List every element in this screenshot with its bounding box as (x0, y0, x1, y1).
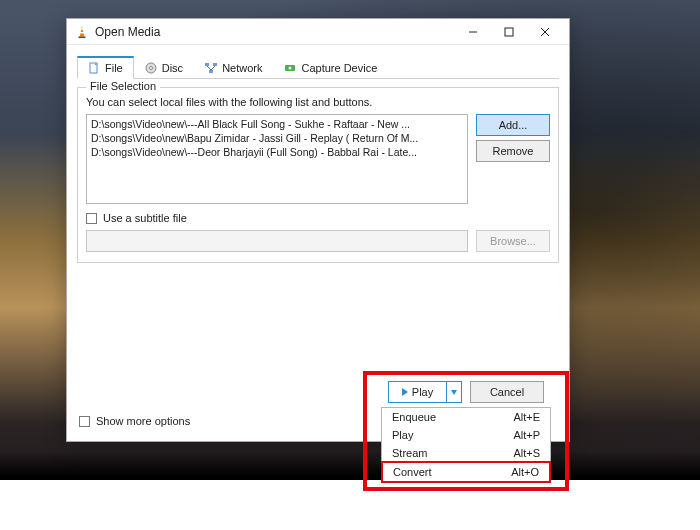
play-icon (402, 388, 408, 396)
menu-label: Enqueue (392, 411, 436, 423)
menu-item-enqueue[interactable]: Enqueue Alt+E (382, 408, 550, 426)
capture-icon (284, 62, 296, 74)
page-bottom-band (0, 480, 700, 530)
vlc-cone-icon (75, 25, 89, 39)
svg-rect-12 (205, 63, 209, 66)
list-item[interactable]: D:\songs\Video\new\---All Black Full Son… (91, 117, 463, 131)
window-title: Open Media (95, 25, 455, 39)
button-label: Remove (493, 145, 534, 157)
svg-rect-13 (213, 63, 217, 66)
desktop-background: Open Media File Disc (0, 0, 700, 530)
tab-file[interactable]: File (77, 56, 134, 79)
menu-shortcut: Alt+E (513, 411, 540, 423)
button-label: Browse... (490, 235, 536, 247)
disc-icon (145, 62, 157, 74)
file-selection-legend: File Selection (86, 80, 160, 92)
file-selection-group: File Selection You can select local file… (77, 87, 559, 263)
tab-disc[interactable]: Disc (134, 56, 194, 79)
maximize-button[interactable] (491, 21, 527, 43)
button-label: Cancel (490, 386, 524, 398)
button-label: Add... (499, 119, 528, 131)
svg-rect-2 (80, 32, 84, 33)
add-button[interactable]: Add... (476, 114, 550, 136)
menu-label: Convert (393, 466, 432, 478)
subtitle-checkbox-label: Use a subtitle file (103, 212, 187, 224)
remove-button[interactable]: Remove (476, 140, 550, 162)
tab-label: File (105, 62, 123, 74)
play-dropdown-toggle[interactable] (446, 381, 462, 403)
svg-line-16 (211, 66, 215, 70)
action-highlight-box: Play Cancel Enqueue Alt+E Play Alt+P (363, 371, 569, 491)
svg-line-15 (207, 66, 211, 70)
titlebar: Open Media (67, 19, 569, 45)
cancel-button[interactable]: Cancel (470, 381, 544, 403)
menu-item-convert[interactable]: Convert Alt+O (381, 461, 551, 483)
menu-shortcut: Alt+O (511, 466, 539, 478)
tab-label: Disc (162, 62, 183, 74)
svg-marker-0 (80, 25, 84, 36)
open-media-dialog: Open Media File Disc (66, 18, 570, 442)
subtitle-checkbox[interactable] (86, 213, 97, 224)
tab-label: Network (222, 62, 262, 74)
play-split-button[interactable]: Play (388, 381, 462, 403)
list-item[interactable]: D:\songs\Video\new\Bapu Zimidar - Jassi … (91, 131, 463, 145)
list-item[interactable]: D:\songs\Video\new\---Deor Bharjayii (Fu… (91, 145, 463, 159)
file-list[interactable]: D:\songs\Video\new\---All Black Full Son… (86, 114, 468, 204)
close-button[interactable] (527, 21, 563, 43)
network-icon (205, 62, 217, 74)
tab-capture-device[interactable]: Capture Device (273, 56, 388, 79)
menu-item-stream[interactable]: Stream Alt+S (382, 444, 550, 462)
menu-label: Stream (392, 447, 427, 459)
tab-network[interactable]: Network (194, 56, 273, 79)
file-icon (88, 62, 100, 74)
svg-point-11 (149, 67, 152, 70)
show-more-options-checkbox[interactable] (79, 416, 90, 427)
chevron-down-icon (451, 390, 457, 395)
subtitle-path-input (86, 230, 468, 252)
show-more-options-row[interactable]: Show more options (79, 415, 190, 427)
file-selection-hint: You can select local files with the foll… (86, 96, 550, 108)
menu-shortcut: Alt+S (513, 447, 540, 459)
svg-rect-14 (209, 70, 213, 73)
play-dropdown-menu: Enqueue Alt+E Play Alt+P Stream Alt+S Co… (381, 407, 551, 483)
subtitle-browse-button: Browse... (476, 230, 550, 252)
menu-item-play[interactable]: Play Alt+P (382, 426, 550, 444)
svg-point-18 (289, 67, 292, 70)
svg-rect-1 (80, 28, 83, 29)
tab-bar: File Disc Network Capture Device (77, 55, 559, 79)
show-more-options-label: Show more options (96, 415, 190, 427)
play-button[interactable]: Play (388, 381, 446, 403)
menu-label: Play (392, 429, 413, 441)
svg-rect-3 (79, 36, 86, 38)
tab-label: Capture Device (301, 62, 377, 74)
menu-shortcut: Alt+P (513, 429, 540, 441)
button-label: Play (412, 386, 433, 398)
minimize-button[interactable] (455, 21, 491, 43)
svg-rect-5 (505, 28, 513, 36)
